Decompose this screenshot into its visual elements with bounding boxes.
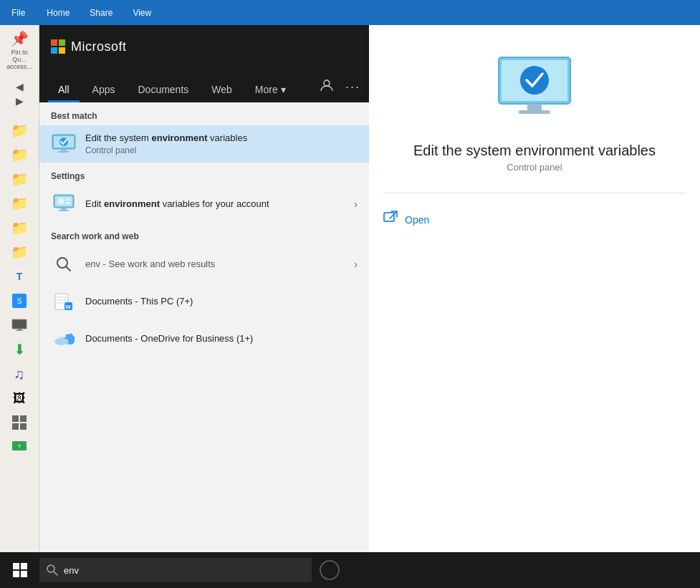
explorer-menu-tabs: Home Share View	[37, 0, 161, 25]
app-name: Edit the system environment variables	[413, 143, 656, 159]
right-panel-main: Edit the system environment variables Co…	[369, 25, 700, 588]
tab-more[interactable]: More ▾	[245, 77, 296, 102]
sidebar-folder-6[interactable]: 📁	[5, 241, 34, 263]
start-button[interactable]	[0, 552, 39, 588]
settings-item-text: Edit environment variables for your acco…	[85, 198, 354, 211]
ms-logo: Microsoft	[51, 39, 127, 54]
explorer-view-tab[interactable]: View	[123, 0, 161, 25]
sidebar-folder-1[interactable]: 📁	[5, 120, 34, 141]
svg-point-32	[54, 338, 69, 345]
cortana-button[interactable]	[312, 552, 347, 588]
svg-point-37	[520, 66, 549, 95]
nav-tabs-left: All Apps Documents Web More ▾	[48, 77, 296, 102]
explorer-file-tab[interactable]: File	[0, 0, 37, 25]
sidebar-grid-icon[interactable]	[5, 412, 34, 433]
taskbar-search-box[interactable]: env	[39, 558, 312, 582]
svg-rect-21	[58, 198, 64, 204]
sidebar-item-t[interactable]: T	[5, 266, 34, 287]
nav-back-button[interactable]: ◀	[16, 81, 24, 92]
best-match-item[interactable]: Edit the system environment variables Co…	[39, 125, 369, 163]
svg-rect-28	[57, 299, 67, 301]
svg-rect-22	[65, 198, 70, 201]
documents-pc-item[interactable]: W Documents - This PC (7+)	[39, 283, 369, 320]
settings-item[interactable]: Edit environment variables for your acco…	[39, 185, 369, 223]
tab-web[interactable]: Web	[201, 77, 242, 102]
open-icon	[383, 211, 398, 228]
svg-text:S: S	[17, 297, 22, 305]
explorer-sidebar: 📌 Pin to Qu... access... ◀ ▶ 📁 📁 📁 📁 📁 📁…	[0, 25, 39, 588]
taskbar-search-text[interactable]: env	[64, 565, 305, 576]
sidebar-music-icon[interactable]: ♫	[5, 363, 34, 385]
web-search-text: env - See work and web results	[85, 259, 354, 271]
ms-logo-red	[51, 39, 57, 46]
open-action[interactable]: Open	[383, 205, 686, 234]
svg-line-25	[66, 266, 70, 271]
svg-line-45	[54, 572, 57, 575]
svg-rect-20	[59, 210, 69, 211]
ellipsis-icon[interactable]: ···	[345, 79, 360, 95]
sidebar-folder-5[interactable]: 📁	[5, 217, 34, 238]
cortana-circle	[320, 560, 340, 580]
nav-tabs: All Apps Documents Web More ▾	[39, 68, 369, 102]
person-icon[interactable]	[320, 78, 334, 95]
settings-item-title: Edit environment variables for your acco…	[85, 198, 354, 211]
search-web-label: Search work and web	[39, 223, 369, 246]
web-search-icon	[51, 251, 77, 277]
web-arrow-icon: ›	[354, 259, 358, 270]
tab-apps[interactable]: Apps	[82, 77, 125, 102]
microsoft-bar: Microsoft	[39, 25, 369, 68]
sidebar-folder-2[interactable]: 📁	[5, 144, 34, 165]
settings-arrow-icon: ›	[354, 198, 358, 210]
documents-onedrive-item[interactable]: Documents - OneDrive for Business (1+)	[39, 320, 369, 357]
sidebar-download-icon[interactable]: ⬇	[5, 339, 34, 360]
nav-forward-button[interactable]: ▶	[16, 95, 24, 107]
svg-rect-4	[16, 330, 23, 331]
sidebar-image-icon[interactable]: 🖼	[5, 387, 34, 409]
sidebar-folder-3[interactable]: 📁	[5, 168, 34, 190]
tab-all[interactable]: All	[48, 77, 80, 102]
best-match-icon	[51, 131, 77, 157]
documents-onedrive-icon	[51, 326, 77, 352]
action-divider	[383, 193, 686, 193]
explorer-share-tab[interactable]: Share	[80, 0, 123, 25]
app-icon-large	[492, 54, 577, 125]
svg-rect-2	[12, 319, 27, 329]
sidebar-app-bottom[interactable]: T	[5, 436, 34, 458]
svg-rect-41	[21, 563, 27, 569]
open-label: Open	[405, 214, 429, 226]
sidebar-app-blue[interactable]: S	[5, 290, 34, 312]
best-match-subtitle: Control panel	[85, 145, 358, 155]
ms-logo-green	[59, 39, 65, 46]
svg-rect-43	[21, 571, 27, 577]
sidebar-app-monitor[interactable]	[5, 314, 34, 336]
ms-logo-blue	[51, 47, 57, 54]
svg-rect-27	[57, 297, 67, 298]
settings-item-icon	[51, 191, 77, 217]
svg-rect-42	[13, 571, 19, 577]
svg-rect-29	[57, 302, 64, 304]
svg-text:T: T	[18, 443, 21, 450]
svg-rect-6	[20, 415, 27, 422]
svg-rect-38	[384, 213, 394, 221]
svg-rect-15	[58, 151, 69, 153]
right-panel: Edit the system environment variables Co…	[369, 25, 700, 588]
best-match-text: Edit the system environment variables Co…	[85, 132, 358, 155]
sidebar-folder-4[interactable]: 📁	[5, 193, 34, 214]
sidebar-pin: 📌 Pin to Qu... access...	[5, 32, 34, 68]
nav-tabs-right: ···	[320, 78, 360, 102]
svg-rect-8	[20, 423, 27, 430]
svg-rect-36	[519, 110, 550, 114]
svg-rect-7	[12, 423, 19, 430]
documents-onedrive-text: Documents - OneDrive for Business (1+)	[85, 333, 358, 345]
best-match-title: Edit the system environment variables	[85, 132, 358, 145]
web-search-item[interactable]: env - See work and web results ›	[39, 246, 369, 283]
documents-onedrive-title: Documents - OneDrive for Business (1+)	[85, 333, 358, 345]
svg-point-11	[324, 80, 330, 86]
svg-rect-40	[13, 563, 19, 569]
explorer-home-tab[interactable]: Home	[37, 0, 80, 25]
tab-documents[interactable]: Documents	[128, 77, 198, 102]
svg-rect-23	[65, 202, 70, 204]
documents-pc-text: Documents - This PC (7+)	[85, 296, 358, 308]
ms-brand-text: Microsoft	[71, 39, 127, 54]
tab-more-label: More ▾	[255, 84, 286, 95]
